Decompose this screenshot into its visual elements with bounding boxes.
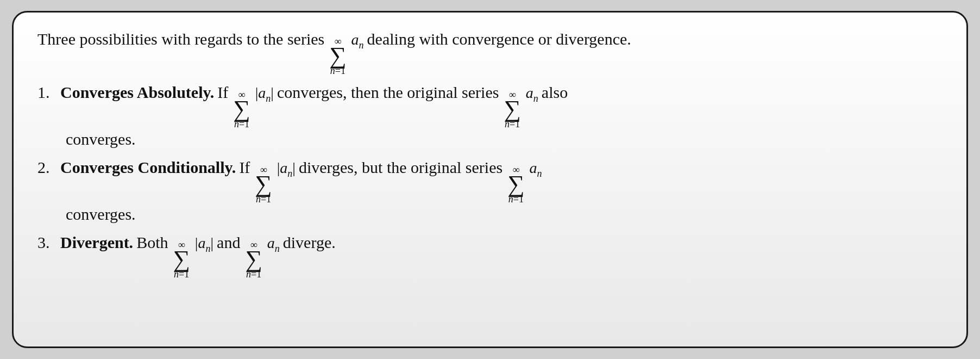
item-2: 2. Converges Conditionally. If ∞ ∑ n=1 |… — [37, 158, 943, 224]
item-1-abs-term: |an| — [255, 84, 274, 104]
item-1-row: 1. Converges Absolutely. If ∞ ∑ n=1 |an|… — [37, 83, 943, 129]
intro-sum: ∞ ∑ n=1 — [329, 36, 346, 76]
main-card: Three possibilities with regards to the … — [12, 11, 968, 348]
item-2-orig-term: an — [530, 159, 542, 180]
item-1-number: 1. — [37, 83, 57, 102]
item-3-orig-term: an — [267, 234, 280, 255]
intro-series-term: an — [351, 31, 364, 51]
item-2-label: Converges Conditionally. — [60, 158, 236, 177]
item-3-sum-abs: ∞ ∑ n=1 — [173, 240, 190, 279]
item-3-abs-term: |an| — [195, 234, 213, 255]
item-1-label: Converges Absolutely. — [60, 83, 214, 102]
item-3-and: and — [217, 233, 240, 252]
intro-suffix: dealing with convergence or divergence. — [367, 30, 631, 48]
item-2-abs-term: |an| — [277, 159, 296, 180]
item-3-both: Both — [136, 233, 168, 252]
item-2-sum-orig: ∞ ∑ n=1 — [507, 165, 524, 204]
item-3-row: 3. Divergent. Both ∞ ∑ n=1 |an| and ∞ ∑ … — [37, 233, 943, 279]
item-1-also: also — [542, 83, 568, 102]
item-2-number: 2. — [37, 158, 57, 177]
item-2-if: If — [239, 158, 250, 177]
item-2-continuation: converges. — [66, 205, 943, 224]
item-1-if: If — [217, 83, 228, 102]
item-3-diverge: diverge. — [283, 233, 336, 252]
item-3-label: Divergent. — [60, 233, 133, 252]
item-2-row: 2. Converges Conditionally. If ∞ ∑ n=1 |… — [37, 158, 943, 204]
item-1-sum-abs: ∞ ∑ n=1 — [233, 90, 250, 129]
intro-text: Three possibilities with regards to the … — [37, 30, 324, 48]
intro-line: Three possibilities with regards to the … — [37, 30, 943, 76]
item-2-sum-abs: ∞ ∑ n=1 — [255, 165, 272, 204]
item-1-orig-term: an — [526, 84, 538, 104]
item-3-number: 3. — [37, 233, 57, 252]
item-1-sum-orig: ∞ ∑ n=1 — [504, 90, 520, 129]
item-1: 1. Converges Absolutely. If ∞ ∑ n=1 |an|… — [37, 83, 943, 148]
item-2-mid: diverges, but the original series — [299, 158, 502, 177]
item-3-sum-orig: ∞ ∑ n=1 — [245, 240, 262, 279]
item-1-continuation: converges. — [66, 130, 943, 148]
item-3: 3. Divergent. Both ∞ ∑ n=1 |an| and ∞ ∑ … — [37, 233, 943, 279]
item-1-mid: converges, then the original series — [277, 83, 499, 102]
